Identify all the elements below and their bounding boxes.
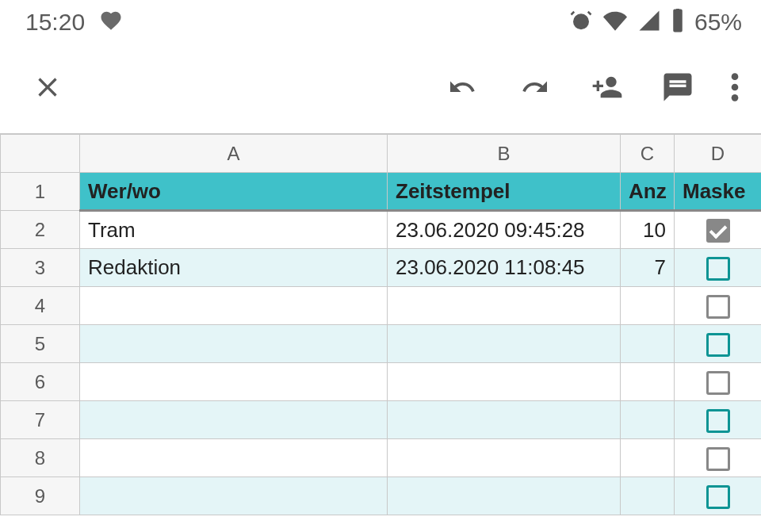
cell[interactable] xyxy=(675,401,762,439)
checkbox-icon[interactable] xyxy=(706,447,730,471)
row-number[interactable]: 5 xyxy=(1,325,80,363)
cell[interactable] xyxy=(675,363,762,401)
row-number[interactable]: 6 xyxy=(1,363,80,401)
cell[interactable]: Anz xyxy=(621,173,675,211)
cell[interactable] xyxy=(388,477,621,515)
checkbox-icon[interactable] xyxy=(706,333,730,357)
cell[interactable] xyxy=(388,287,621,325)
table-row: 6 xyxy=(1,363,762,401)
cell[interactable] xyxy=(675,477,762,515)
cell[interactable] xyxy=(388,363,621,401)
table-row: 4 xyxy=(1,287,762,325)
cell[interactable]: 7 xyxy=(621,249,675,287)
checkbox-icon[interactable] xyxy=(706,257,730,281)
row-number[interactable]: 1 xyxy=(1,173,80,211)
checkbox-icon[interactable] xyxy=(706,371,730,395)
wifi-icon xyxy=(602,9,628,36)
status-time: 15:20 xyxy=(25,9,85,36)
svg-point-3 xyxy=(732,94,739,101)
cell[interactable] xyxy=(80,287,388,325)
row-number[interactable]: 4 xyxy=(1,287,80,325)
comment-button[interactable] xyxy=(661,71,694,104)
col-header-c[interactable]: C xyxy=(621,135,675,173)
cell[interactable] xyxy=(80,363,388,401)
cell[interactable] xyxy=(388,439,621,477)
cell[interactable]: Redaktion xyxy=(80,249,388,287)
cell[interactable] xyxy=(621,325,675,363)
cell[interactable] xyxy=(388,401,621,439)
column-header-row: A B C D xyxy=(1,135,762,173)
checkbox-icon[interactable] xyxy=(706,219,730,243)
cell[interactable] xyxy=(675,439,762,477)
table-row: 2 Tram 23.06.2020 09:45:28 10 xyxy=(1,211,762,249)
cell[interactable] xyxy=(388,325,621,363)
table-row: 3 Redaktion 23.06.2020 11:08:45 7 xyxy=(1,249,762,287)
table-row: 8 xyxy=(1,439,762,477)
cell[interactable]: Wer/wo xyxy=(80,173,388,211)
undo-button[interactable] xyxy=(444,73,480,101)
cell[interactable]: Maske xyxy=(675,173,762,211)
svg-rect-0 xyxy=(675,17,682,30)
cell[interactable]: Zeitstempel xyxy=(388,173,621,211)
cell[interactable] xyxy=(675,287,762,325)
svg-point-2 xyxy=(732,84,739,91)
row-number[interactable]: 7 xyxy=(1,401,80,439)
cell[interactable] xyxy=(80,439,388,477)
table-row: 5 xyxy=(1,325,762,363)
cell[interactable] xyxy=(80,401,388,439)
checkbox-icon[interactable] xyxy=(706,485,730,509)
cell[interactable] xyxy=(80,477,388,515)
cell[interactable]: 10 xyxy=(621,211,675,249)
cell[interactable] xyxy=(675,249,762,287)
cell[interactable] xyxy=(621,363,675,401)
battery-percent: 65% xyxy=(694,9,742,36)
row-number[interactable]: 2 xyxy=(1,211,80,249)
checkbox-icon[interactable] xyxy=(706,295,730,319)
more-button[interactable] xyxy=(731,71,739,103)
cell[interactable]: 23.06.2020 11:08:45 xyxy=(388,249,621,287)
cell[interactable] xyxy=(675,325,762,363)
svg-point-1 xyxy=(732,73,739,80)
col-header-b[interactable]: B xyxy=(388,135,621,173)
status-bar: 15:20 65% xyxy=(0,0,761,44)
table-row: 1 Wer/wo Zeitstempel Anz Maske xyxy=(1,173,762,211)
app-toolbar xyxy=(0,44,761,133)
cell[interactable]: Tram xyxy=(80,211,388,249)
cell[interactable] xyxy=(621,477,675,515)
spreadsheet[interactable]: A B C D 1 Wer/wo Zeitstempel Anz Maske 2… xyxy=(0,133,761,515)
row-number[interactable]: 8 xyxy=(1,439,80,477)
alarm-icon xyxy=(569,9,593,36)
battery-icon xyxy=(671,9,685,36)
row-number[interactable]: 9 xyxy=(1,477,80,515)
add-person-button[interactable] xyxy=(590,71,625,103)
row-number[interactable]: 3 xyxy=(1,249,80,287)
table-row: 7 xyxy=(1,401,762,439)
signal-icon xyxy=(637,9,661,36)
heart-icon xyxy=(99,9,123,36)
cell[interactable] xyxy=(621,439,675,477)
col-header-d[interactable]: D xyxy=(675,135,762,173)
cell[interactable] xyxy=(621,287,675,325)
close-button[interactable] xyxy=(32,71,63,103)
corner-cell[interactable] xyxy=(1,135,80,173)
redo-button[interactable] xyxy=(517,73,553,101)
cell[interactable] xyxy=(621,401,675,439)
cell[interactable]: 23.06.2020 09:45:28 xyxy=(388,211,621,249)
cell[interactable] xyxy=(675,211,762,249)
checkbox-icon[interactable] xyxy=(706,409,730,433)
table-row: 9 xyxy=(1,477,762,515)
col-header-a[interactable]: A xyxy=(80,135,388,173)
cell[interactable] xyxy=(80,325,388,363)
